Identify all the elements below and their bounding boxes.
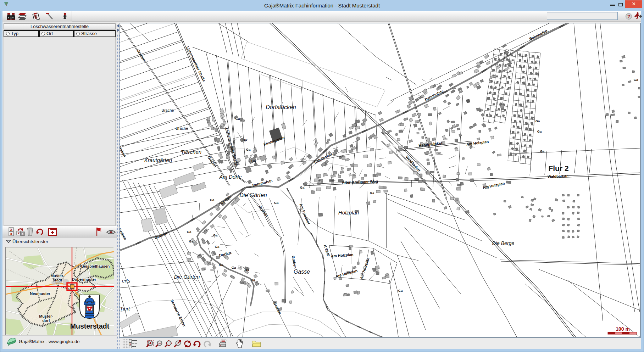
svg-text:Gasse: Gasse xyxy=(294,269,310,275)
svg-text:Tierchen: Tierchen xyxy=(181,149,201,155)
svg-text:Ga: Ga xyxy=(210,198,215,202)
svg-text:Am Holzplan: Am Holzplan xyxy=(482,181,505,190)
svg-text:Tiert: Tiert xyxy=(120,306,130,312)
svg-text:Graben: Graben xyxy=(291,255,298,269)
svg-text:Ga: Ga xyxy=(213,233,218,237)
svg-text:Bahnhofstr.: Bahnhofstr. xyxy=(424,89,444,101)
svg-text:Graben: Graben xyxy=(154,231,168,240)
svg-text:x: x xyxy=(10,231,12,236)
svg-text:Ga: Ga xyxy=(243,138,247,142)
svg-text:Krautgärten: Krautgärten xyxy=(144,157,172,163)
svg-text:Brache: Brache xyxy=(176,126,188,130)
svg-text:Muster-: Muster- xyxy=(50,274,65,278)
svg-text:Ga: Ga xyxy=(187,230,191,234)
svg-text:Die Berge: Die Berge xyxy=(492,240,514,246)
svg-text:Am Friedhof: Am Friedhof xyxy=(299,203,311,225)
svg-text:stadt: stadt xyxy=(53,278,62,282)
svg-text:Hasenwinkel: Hasenwinkel xyxy=(418,141,443,148)
svg-text:Ga: Ga xyxy=(189,239,194,243)
svg-text:Ga: Ga xyxy=(540,149,545,153)
svg-text:Brache: Brache xyxy=(162,108,174,112)
svg-text:x: x xyxy=(22,232,24,236)
svg-text:Die Gärten: Die Gärten xyxy=(174,274,200,280)
svg-text:Waldbadstr.: Waldbadstr. xyxy=(548,174,569,179)
svg-text:Am Holzplan: Am Holzplan xyxy=(335,268,358,278)
svg-text:Beispielhausen: Beispielhausen xyxy=(81,264,110,268)
svg-text:Ga: Ga xyxy=(235,117,240,121)
svg-text:Ga: Ga xyxy=(634,78,638,82)
svg-text:Neumuster: Neumuster xyxy=(30,291,50,296)
svg-text:Ga: Ga xyxy=(535,119,540,123)
svg-text:Ga: Ga xyxy=(251,278,255,282)
svg-text:Ga: Ga xyxy=(251,159,256,163)
svg-text:Ga: Ga xyxy=(246,147,251,151)
svg-text:x: x xyxy=(129,342,131,346)
svg-text:Ga: Ga xyxy=(215,245,220,248)
svg-text:Ga: Ga xyxy=(232,266,236,269)
svg-text:Ga: Ga xyxy=(245,268,249,272)
svg-text:Ga: Ga xyxy=(398,289,403,292)
svg-text:Flur 2: Flur 2 xyxy=(548,164,568,172)
svg-text:Die Gärten: Die Gärten xyxy=(239,192,267,198)
svg-text:Muster-: Muster- xyxy=(39,314,53,318)
svg-text:Alter Kraupaer Weg: Alter Kraupaer Weg xyxy=(342,179,378,185)
svg-text:Graben: Graben xyxy=(258,205,269,217)
svg-text:Ga: Ga xyxy=(219,263,223,267)
svg-text:Musterstadt: Musterstadt xyxy=(70,322,110,330)
svg-text:x: x xyxy=(18,231,20,235)
svg-text:Ga: Ga xyxy=(537,129,542,133)
svg-text:erts: erts xyxy=(122,278,130,284)
svg-text:Dorfstücken: Dorfstücken xyxy=(266,104,296,110)
svg-text:Graben: Graben xyxy=(120,227,128,241)
svg-text:Schwarze Elster: Schwarze Elster xyxy=(170,299,187,328)
svg-text:100 m: 100 m xyxy=(616,326,630,332)
svg-text:x: x xyxy=(10,227,12,231)
svg-text:Ga: Ga xyxy=(300,185,305,189)
svg-text:Am Holzplan: Am Holzplan xyxy=(359,257,370,280)
svg-text:Am Holzplan: Am Holzplan xyxy=(331,252,354,258)
svg-text:Ga: Ga xyxy=(370,191,374,195)
svg-text:Am Holzplan: Am Holzplan xyxy=(466,139,489,146)
svg-text:K 6240: K 6240 xyxy=(323,244,331,257)
svg-text:dorf: dorf xyxy=(42,318,50,323)
svg-text:Holzplan: Holzplan xyxy=(338,209,359,216)
svg-text:Dobermuster: Dobermuster xyxy=(72,277,96,281)
svg-text:Am Dorfe: Am Dorfe xyxy=(219,174,242,180)
svg-text:Ga: Ga xyxy=(274,201,279,205)
